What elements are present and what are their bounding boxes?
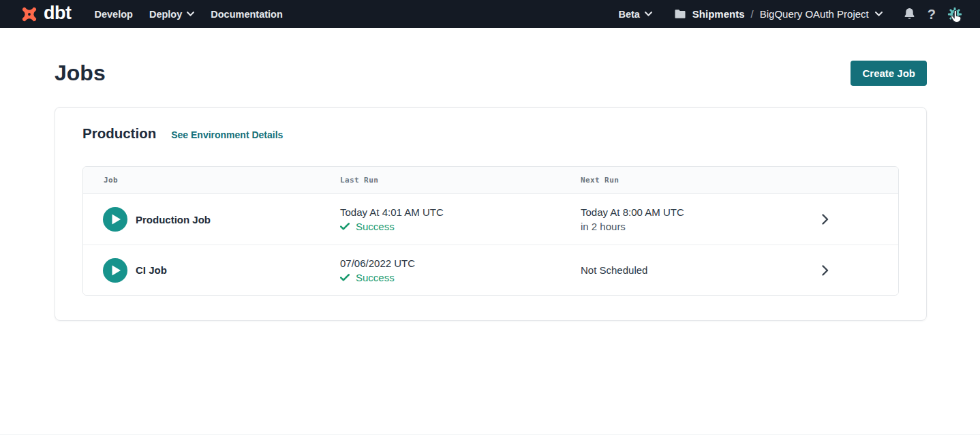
nav-item-documentation[interactable]: Documentation	[211, 9, 283, 20]
nav-item-label: Deploy	[149, 9, 182, 20]
folder-icon	[674, 9, 686, 19]
chevron-right-icon[interactable]	[822, 265, 829, 276]
last-run-time: Today At 4:01 AM UTC	[340, 206, 581, 218]
job-row-production-job[interactable]: Production Job Today At 4:01 AM UTC Succ…	[83, 194, 898, 245]
run-play-button[interactable]	[103, 258, 127, 283]
environment-card: Production See Environment Details Job L…	[55, 107, 927, 321]
create-job-button[interactable]: Create Job	[851, 61, 927, 86]
chevron-down-icon	[645, 12, 652, 16]
job-name: Production Job	[136, 214, 211, 225]
run-play-button[interactable]	[103, 207, 127, 232]
chevron-down-icon	[187, 12, 194, 16]
bottom-divider	[0, 434, 980, 435]
nav-item-label: Documentation	[211, 9, 283, 20]
breadcrumb-project: Shipments	[692, 8, 745, 20]
success-check-icon	[340, 223, 350, 230]
page-title: Jobs	[55, 60, 106, 86]
notifications-bell-icon[interactable]	[903, 7, 916, 21]
column-header-next-run: Next Run	[581, 176, 812, 185]
dbt-wordmark: dbt	[44, 4, 71, 22]
last-run-status: Success	[356, 272, 395, 283]
gear-settings-icon[interactable]	[947, 7, 962, 22]
help-icon[interactable]: ?	[928, 7, 936, 21]
column-header-job: Job	[83, 176, 340, 185]
last-run-time: 07/06/2022 UTC	[340, 257, 581, 269]
nav-item-label: Develop	[94, 9, 132, 20]
main-content: Jobs Create Job Production See Environme…	[0, 60, 980, 321]
environment-name: Production	[82, 125, 156, 142]
chevron-right-icon[interactable]	[822, 214, 829, 225]
jobs-table-header: Job Last Run Next Run	[83, 167, 898, 194]
breadcrumb[interactable]: Shipments / BigQuery OAuth Project	[674, 8, 883, 20]
breadcrumb-separator: /	[751, 8, 754, 20]
success-check-icon	[340, 274, 350, 281]
next-run-time: Not Scheduled	[581, 264, 812, 276]
breadcrumb-account: BigQuery OAuth Project	[760, 8, 869, 20]
chevron-down-icon	[875, 12, 883, 16]
top-nav: dbt Develop Deploy Documentation Beta	[0, 0, 980, 28]
next-run-time: Today At 8:00 AM UTC	[581, 206, 812, 218]
column-header-last-run: Last Run	[340, 176, 581, 185]
last-run-status: Success	[356, 221, 395, 232]
dbt-logo[interactable]: dbt	[19, 4, 71, 25]
nav-item-deploy[interactable]: Deploy	[149, 9, 194, 20]
primary-nav-links: Develop Deploy Documentation	[94, 9, 282, 20]
beta-label: Beta	[618, 9, 639, 20]
beta-dropdown[interactable]: Beta	[618, 9, 652, 20]
nav-item-develop[interactable]: Develop	[94, 9, 132, 20]
jobs-table: Job Last Run Next Run Production Job	[82, 166, 899, 296]
job-name: CI Job	[136, 264, 167, 276]
next-run-note: in 2 hours	[581, 221, 812, 232]
dbt-logo-mark-icon	[19, 4, 40, 25]
job-row-ci-job[interactable]: CI Job 07/06/2022 UTC Success Not Schedu…	[83, 245, 898, 295]
see-environment-details-link[interactable]: See Environment Details	[171, 129, 283, 140]
